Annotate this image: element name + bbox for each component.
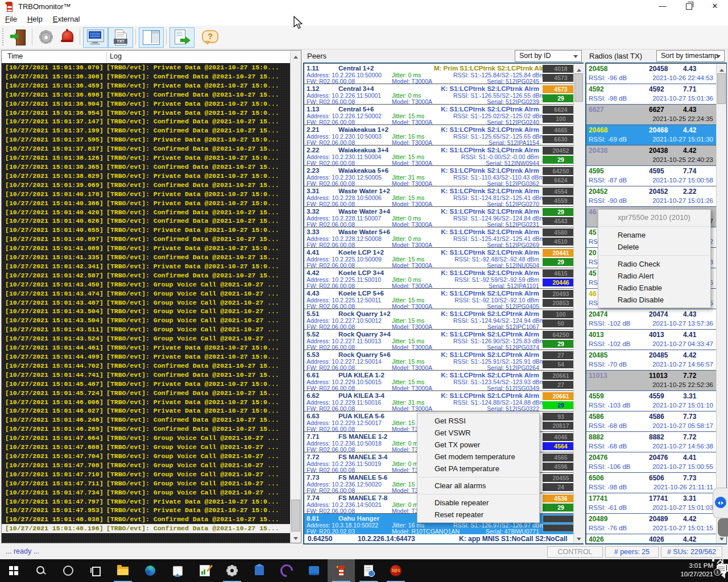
exit-door-button[interactable]: [8, 27, 30, 47]
radio-row[interactable]: 11013110137.722021-10-25 22:52:36: [586, 371, 726, 391]
radios-scrollbar[interactable]: [716, 64, 726, 543]
menu-item-reset-repeater[interactable]: Reset repeater: [417, 509, 539, 521]
close-button[interactable]: ✕: [702, 0, 728, 14]
peer-row[interactable]: 4.43Koele LCP 5+6K: S1:LCPtrnk S2:LCPtrn…: [304, 289, 582, 309]
radio-row[interactable]: 20458204584.43RSSI: -96 dB2021-10-26 22:…: [586, 64, 726, 84]
log-row[interactable]: [10/27/2021 15:01:44.702][TRBO/evt]: Con…: [2, 361, 291, 371]
log-scroll-thumb[interactable]: [291, 500, 300, 531]
log-row[interactable]: [10/27/2021 15:01:37.837][TRBO/evt]: Con…: [2, 144, 291, 153]
log-row[interactable]: [10/27/2021 15:01:36.459][TRBO/evt]: Pri…: [2, 81, 291, 90]
log-row[interactable]: [10/27/2021 15:01:40.420][TRBO/evt]: Con…: [2, 208, 291, 217]
log-row[interactable]: [10/27/2021 15:01:48.038][TRBO/evt]: Con…: [2, 515, 291, 524]
radio-row[interactable]: 455945593.31RSSI: -103 dB2021-10-27 15:0…: [586, 391, 726, 411]
log-row[interactable]: [10/27/2021 15:01:46.269][TRBO/evt]: Con…: [2, 425, 291, 434]
log-row[interactable]: [10/27/2021 15:01:37.595][TRBO/evt]: Pri…: [2, 135, 291, 144]
log-row[interactable]: [10/27/2021 15:01:47.797][TRBO/evt]: Pri…: [2, 497, 291, 506]
log-row[interactable]: [10/27/2021 15:01:39.069][TRBO/evt]: Con…: [2, 181, 291, 190]
builder-app-button[interactable]: [246, 559, 273, 582]
headset-app-button[interactable]: [273, 559, 300, 582]
log-row[interactable]: [10/27/2021 15:01:47.710][TRBO/evt]: Gro…: [2, 470, 291, 479]
log-col-time[interactable]: Time: [7, 52, 23, 60]
monitor-view-button[interactable]: [83, 27, 108, 48]
radios-scroll-thumb[interactable]: [717, 73, 726, 104]
radio-row[interactable]: 17741177413.31RSSI: -61 dB2021-10-27 15:…: [586, 493, 726, 514]
menu-help[interactable]: Help: [22, 14, 48, 24]
mail-app-button[interactable]: 1@1: [382, 559, 410, 582]
peer-row[interactable]: 4.41Koele LCP 1+2K: S1:LCPtrnk S2:LCPtrn…: [304, 248, 582, 268]
log-row[interactable]: [10/27/2021 15:01:38.126][TRBO/evt]: Pri…: [2, 153, 291, 163]
log-row[interactable]: [10/27/2021 15:01:44.461][TRBO/evt]: Pri…: [2, 343, 291, 352]
log-row[interactable]: [10/27/2021 15:01:36.954][TRBO/evt]: Pri…: [2, 109, 291, 118]
alarm-button[interactable]: [57, 27, 78, 47]
log-row[interactable]: [10/27/2021 15:01:42.341][TRBO/evt]: Pri…: [2, 262, 291, 271]
log-row[interactable]: [10/27/2021 15:01:47.953][TRBO/evt]: Pri…: [2, 506, 291, 515]
menu-item-radio-disable[interactable]: Radio Disable: [598, 294, 710, 306]
menu-item-radio-alert[interactable]: Radio Alert: [598, 270, 710, 282]
menu-external[interactable]: External: [48, 14, 85, 24]
radio-row[interactable]: 459545957.74RSSI: -87 dB2021-10-27 15:00…: [586, 166, 726, 186]
log-row[interactable]: [10/27/2021 15:01:37.199][TRBO/evt]: Con…: [2, 126, 291, 135]
peer-row[interactable]: 3.33Waste Water 5+6K: S1:LCPtrnk S2:LCPt…: [304, 227, 582, 248]
log-row[interactable]: [10/27/2021 15:01:41.335][TRBO/evt]: Con…: [2, 253, 291, 262]
menu-item-get-pa-temperature[interactable]: Get PA temperature: [417, 463, 539, 475]
peer-row[interactable]: 1.13Central 5+6K: S1:LCPtrnk S2:LCPtrnk …: [304, 105, 582, 125]
report-app-button[interactable]: [191, 559, 218, 582]
start-button[interactable]: [0, 559, 27, 582]
radio-row[interactable]: 662766274.432021-10-25 22:24:35: [586, 105, 726, 125]
radio-row[interactable]: 20452204522.22RSSI: -90 dB2021-10-27 15:…: [586, 186, 726, 207]
peer-row[interactable]: 1.12Central 3+4K: S1:LCPtrnk S2:LCPtrnk …: [304, 84, 582, 105]
log-row[interactable]: [10/27/2021 15:01:38.365][TRBO/evt]: Con…: [2, 163, 291, 172]
radio-row[interactable]: 20438204384.422021-10-25 22:40:23: [586, 146, 726, 166]
peer-row[interactable]: 3.31Waste Water 1+2K: S1:LCPtrnk S2:LCPt…: [304, 186, 582, 207]
log-row[interactable]: [10/27/2021 15:01:40.626][TRBO/evt]: Con…: [2, 217, 291, 226]
radio-row[interactable]: 650665067.73RSSI: -98 dB2021-10-26 21:11…: [586, 473, 726, 493]
menu-item-radio-enable[interactable]: Radio Enable: [598, 282, 710, 294]
log-row[interactable]: [10/27/2021 15:01:45.487][TRBO/evt]: Pri…: [2, 380, 291, 389]
log-row[interactable]: [10/27/2021 15:01:40.655][TRBO/evt]: Pri…: [2, 226, 291, 235]
log-row[interactable]: [10/27/2021 15:01:38.829][TRBO/evt]: Pri…: [2, 172, 291, 181]
photos-button[interactable]: [164, 559, 191, 582]
peer-row[interactable]: 2.22Waiakeakua 3+4K: S1:LCPtrnk S2:LCPtr…: [304, 146, 582, 166]
menu-item-disable-repeater[interactable]: Disable repeater: [417, 497, 539, 509]
log-row[interactable]: [10/27/2021 15:01:40.386][TRBO/evt]: Pri…: [2, 199, 291, 208]
scroll-up-icon[interactable]: [717, 64, 726, 73]
peer-footer[interactable]: 0.6425010.2.226.14:64473K: app MNIS S1:N…: [304, 534, 582, 544]
menu-item-get-modem-temperature[interactable]: Get modem temperature: [417, 451, 539, 463]
radio-row[interactable]: 20474204744.43RSSI: -102 dB2021-10-27 13…: [586, 309, 726, 330]
log-row[interactable]: [10/27/2021 15:01:47.688][TRBO/evt]: Gro…: [2, 443, 291, 452]
log-row[interactable]: [10/27/2021 15:01:47.711][TRBO/evt]: Gro…: [2, 479, 291, 488]
log-row[interactable]: [10/27/2021 15:01:40.897][TRBO/evt]: Con…: [2, 235, 291, 244]
notification-center-icon[interactable]: 1: [717, 565, 726, 573]
scroll-up-icon[interactable]: [574, 64, 584, 73]
radio-row[interactable]: 20485204854.42RSSI: -70 dB2021-10-27 14:…: [586, 350, 726, 371]
log-row[interactable]: [10/27/2021 15:01:46.246][TRBO/evt]: Con…: [2, 415, 291, 425]
menu-item-radio-check[interactable]: Radio Check: [598, 258, 710, 270]
log-row[interactable]: [10/27/2021 15:01:36.070][TRBO/evt]: Pri…: [2, 63, 291, 72]
log-row[interactable]: [10/27/2021 15:01:44.499][TRBO/evt]: Pri…: [2, 352, 291, 361]
taskbar-clock[interactable]: 3:01 PM 10/27/2021: [673, 562, 713, 579]
menu-item-get-tx-power[interactable]: Get TX power: [417, 439, 539, 451]
split-view-button[interactable]: [139, 27, 164, 48]
doc-viewer-button[interactable]: [355, 559, 382, 582]
log-row[interactable]: [10/27/2021 15:01:47.704][TRBO/evt]: Gro…: [2, 452, 291, 461]
help-button[interactable]: ?: [198, 27, 221, 47]
log-col-divider[interactable]: [106, 52, 107, 62]
peers-scrollbar[interactable]: [573, 64, 584, 543]
settings-button[interactable]: [35, 27, 57, 47]
menu-file[interactable]: File: [0, 14, 22, 24]
log-row[interactable]: [10/27/2021 15:01:40.178][TRBO/evt]: Pri…: [2, 190, 291, 199]
radio-row[interactable]: 20476204764.41RSSI: -106 dB2021-10-27 15…: [586, 452, 726, 473]
scroll-down-icon[interactable]: [574, 534, 584, 543]
scroll-down-icon[interactable]: [291, 534, 301, 543]
radio-row[interactable]: 401340134.41RSSI: -102 dB2021-10-27 04:3…: [586, 330, 726, 350]
radios-sort-dropdown[interactable]: Sort by timestamp: [656, 50, 725, 62]
log-row[interactable]: [10/27/2021 15:01:47.664][TRBO/evt]: Gro…: [2, 434, 291, 443]
peers-sort-dropdown[interactable]: Sort by ID: [515, 50, 582, 62]
log-row[interactable]: [10/27/2021 15:01:46.027][TRBO/evt]: Pri…: [2, 406, 291, 415]
radio-row[interactable]: 402640264.42: [586, 534, 726, 544]
log-row[interactable]: [10/27/2021 15:01:42.587][TRBO/evt]: Con…: [2, 271, 291, 280]
edge-button[interactable]: [136, 559, 164, 582]
menu-item-get-rssi[interactable]: Get RSSI: [417, 415, 539, 427]
settings-app-button[interactable]: [218, 559, 246, 582]
radio-row[interactable]: 458645867.73RSSI: -68 dB2021-10-27 05:58…: [586, 411, 726, 432]
